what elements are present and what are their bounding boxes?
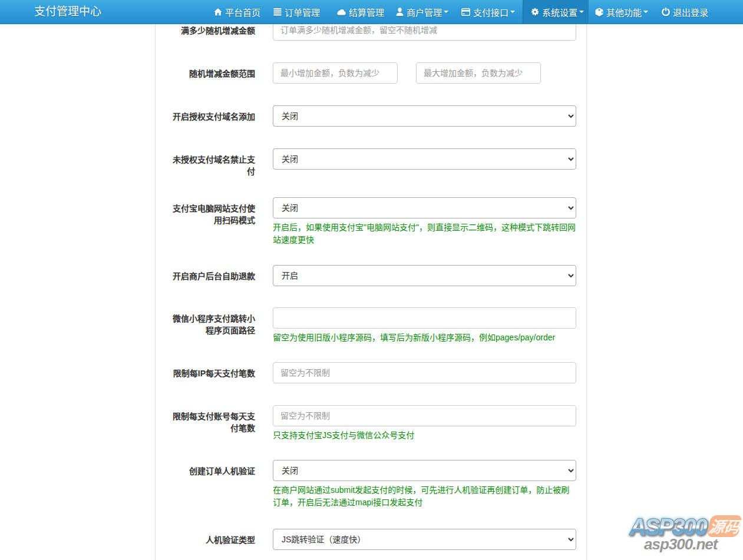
svg-text:asp300.net: asp300.net bbox=[644, 535, 719, 553]
svg-text:源码: 源码 bbox=[708, 518, 743, 536]
